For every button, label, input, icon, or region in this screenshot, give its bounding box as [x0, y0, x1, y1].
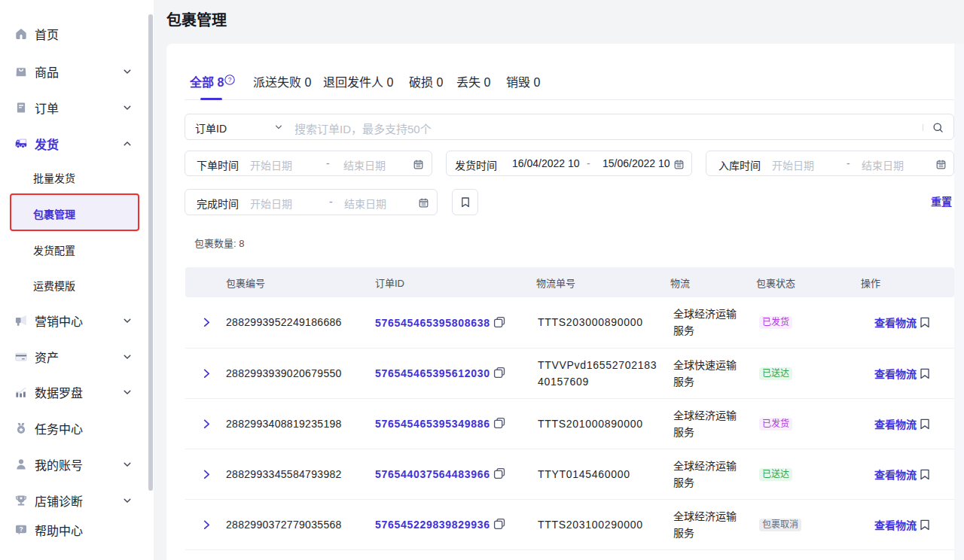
- svg-text:?: ?: [19, 525, 23, 533]
- svg-text:?: ?: [228, 76, 232, 84]
